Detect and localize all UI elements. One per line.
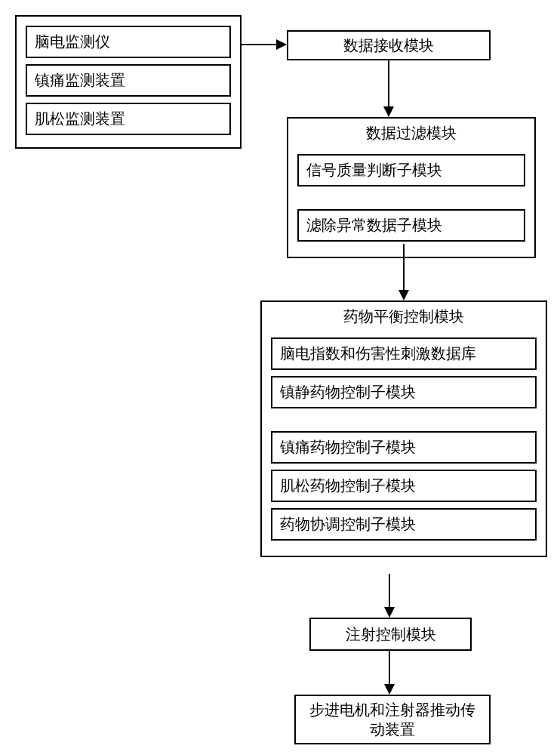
injection-control-module: 注射控制模块: [309, 618, 472, 651]
stepper-motor-module: 步进电机和注射器推动传动装置: [294, 695, 491, 744]
arrowhead-drug-inject: [384, 607, 395, 618]
data-receive-module: 数据接收模块: [287, 30, 491, 60]
arrow-monitors-receive: [242, 44, 278, 45]
arrowhead-monitors-receive: [276, 39, 287, 50]
stepper-motor-label: 步进电机和注射器推动传动装置: [303, 700, 482, 739]
analgesia-monitor: 镇痛监测装置: [26, 64, 231, 97]
muscle-relaxant-control-submodule: 肌松药物控制子模块: [271, 470, 537, 502]
analgesic-control-submodule: 镇痛药物控制子模块: [271, 431, 537, 464]
drug-coordination-submodule: 药物协调控制子模块: [271, 508, 537, 541]
data-filter-title: 数据过滤模块: [288, 119, 534, 148]
monitors-group: 脑电监测仪 镇痛监测装置 肌松监测装置: [15, 15, 242, 149]
data-receive-label: 数据接收模块: [343, 35, 434, 56]
arrow-receive-filter: [388, 60, 389, 107]
arrow-drug-inject: [389, 574, 390, 608]
injection-control-label: 注射控制模块: [346, 624, 436, 645]
arrow-inject-stepper: [389, 651, 390, 685]
drug-balance-module: 药物平衡控制模块 脑电指数和伤害性刺激数据库 镇静药物控制子模块 镇痛药物控制子…: [260, 300, 547, 557]
data-filter-module: 数据过滤模块 信号质量判断子模块 滤除异常数据子模块: [287, 117, 536, 258]
drug-balance-title: 药物平衡控制模块: [262, 302, 546, 331]
eeg-monitor: 脑电监测仪: [26, 26, 231, 58]
eeg-stimulus-database: 脑电指数和伤害性刺激数据库: [271, 337, 537, 370]
arrowhead-inject-stepper: [384, 684, 395, 695]
arrowhead-receive-filter: [383, 106, 394, 117]
signal-quality-submodule: 信号质量判断子模块: [297, 154, 525, 186]
arrow-filter-drug: [403, 244, 405, 291]
remove-abnormal-submodule: 滤除异常数据子模块: [297, 209, 525, 242]
muscle-relaxation-monitor: 肌松监测装置: [26, 103, 231, 135]
arrowhead-filter-drug: [398, 290, 409, 300]
sedative-control-submodule: 镇静药物控制子模块: [271, 376, 537, 408]
